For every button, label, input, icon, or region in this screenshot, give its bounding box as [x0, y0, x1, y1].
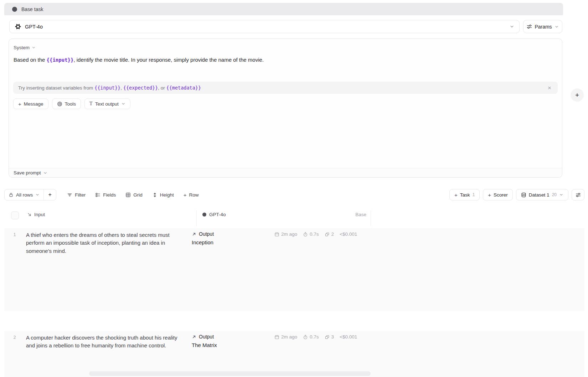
- all-rows-dropdown[interactable]: All rows: [5, 189, 43, 200]
- model-column-label: GPT-4o: [209, 212, 226, 217]
- openai-logo-icon: [15, 23, 21, 30]
- height-arrows-icon: [152, 192, 158, 198]
- chevron-down-icon: [121, 102, 125, 106]
- tools-target-icon: [57, 101, 62, 107]
- scorer-label: Scorer: [494, 192, 508, 198]
- latency-value: 0.7s: [310, 334, 319, 340]
- row-number: 1: [11, 232, 19, 237]
- task-tab-title: Base task: [21, 6, 43, 12]
- cost: <$0.001: [340, 334, 357, 340]
- arrow-up-right-icon: [192, 335, 196, 339]
- dataset-label: Dataset 1: [529, 192, 550, 198]
- task-count-badge: 1: [473, 192, 475, 197]
- hint-prefix: Try inserting dataset variables from: [18, 85, 94, 91]
- close-icon[interactable]: ×: [546, 84, 553, 92]
- row-input-cell[interactable]: A computer hacker discovers the shocking…: [26, 334, 186, 350]
- prompt-panel-footer: Save prompt: [9, 168, 562, 177]
- lock-icon: [9, 192, 14, 197]
- model-selector[interactable]: GPT-4o: [9, 20, 520, 33]
- grid-toolbar: All rows + Filter: [4, 189, 584, 200]
- stopwatch-icon: [303, 232, 308, 237]
- plus-icon: +: [184, 192, 187, 198]
- output-value: The Matrix: [192, 341, 217, 349]
- add-task-button[interactable]: +: [571, 88, 584, 102]
- base-variant-label: Base: [336, 212, 366, 217]
- input-column-label: Input: [34, 212, 45, 217]
- tokens-icon: [325, 232, 330, 237]
- message-role-selector[interactable]: System: [14, 45, 36, 50]
- cost-value: <$0.001: [340, 334, 357, 340]
- plus-icon: +: [454, 192, 458, 198]
- chevron-down-icon: [32, 46, 36, 50]
- system-prompt-text[interactable]: Based on the {{input}}, identify the mov…: [14, 56, 555, 64]
- select-all-checkbox[interactable]: [11, 212, 19, 219]
- fields-label: Fields: [103, 192, 116, 198]
- grid-view-button[interactable]: Grid: [122, 189, 146, 200]
- prompt-text-suffix: , identify the movie title. In your resp…: [73, 57, 264, 63]
- row-output-cell[interactable]: Output Inception: [192, 231, 214, 246]
- row-metadata: 2m ago 0.7s 2 <$0.001: [274, 231, 357, 237]
- cost-value: <$0.001: [340, 231, 357, 237]
- text-icon: T: [89, 101, 93, 107]
- save-prompt-button[interactable]: Save prompt: [14, 170, 47, 175]
- add-scorer-button[interactable]: + Scorer: [483, 189, 513, 200]
- hint-variable-metadata: {{metadata}}: [166, 85, 201, 91]
- cost: <$0.001: [340, 231, 357, 237]
- hint-separator: ,: [120, 85, 123, 91]
- hint-separator: , or: [158, 85, 166, 91]
- row-height-button[interactable]: Height: [148, 189, 178, 200]
- hint-variable-input: {{input}}: [94, 85, 120, 91]
- add-row-button[interactable]: + Row: [180, 189, 203, 200]
- calendar-icon: [274, 335, 279, 340]
- params-label: Params: [535, 24, 552, 30]
- task-label: Task: [460, 192, 470, 198]
- timestamp: 2m ago: [274, 231, 297, 237]
- add-view-button[interactable]: +: [44, 189, 56, 200]
- grid-label: Grid: [133, 192, 143, 198]
- row-input-cell[interactable]: A thief who enters the dreams of others …: [26, 231, 186, 255]
- token-count: 3: [325, 334, 334, 340]
- row-output-cell[interactable]: Output The Matrix: [192, 334, 217, 349]
- time-value: 2m ago: [281, 231, 297, 237]
- model-status-dot-icon: [202, 213, 206, 216]
- column-header-input[interactable]: Input: [27, 212, 45, 217]
- latency: 0.7s: [303, 334, 319, 340]
- tools-label: Tools: [65, 101, 76, 107]
- task-status-dot-icon: [12, 7, 17, 12]
- token-count: 2: [325, 231, 334, 237]
- params-button[interactable]: Params: [523, 20, 562, 33]
- text-output-button[interactable]: T Text output: [84, 98, 130, 109]
- calendar-icon: [274, 232, 279, 237]
- tools-button[interactable]: Tools: [52, 98, 81, 109]
- row-number: 2: [11, 335, 19, 340]
- column-header-model[interactable]: GPT-4o: [202, 212, 226, 217]
- sliders-icon: [527, 24, 532, 29]
- grid-settings-button[interactable]: [572, 189, 584, 200]
- table-row[interactable]: 1 A thief who enters the dreams of other…: [4, 228, 584, 311]
- plus-icon: +: [575, 91, 579, 99]
- hint-text: Try inserting dataset variables from {{i…: [18, 85, 201, 91]
- latency: 0.7s: [303, 231, 319, 237]
- time-value: 2m ago: [281, 334, 297, 340]
- task-tab-header[interactable]: Base task: [4, 3, 563, 15]
- dataset-variables-hint: Try inserting dataset variables from {{i…: [13, 82, 558, 94]
- row-metadata: 2m ago 0.7s 3 <$0.001: [274, 334, 357, 340]
- filter-button[interactable]: Filter: [63, 189, 89, 200]
- horizontal-scrollbar[interactable]: [89, 371, 371, 376]
- table-row[interactable]: 2 A computer hacker discovers the shocki…: [4, 331, 584, 377]
- fields-icon: [95, 192, 100, 198]
- chevron-down-icon: [559, 193, 563, 197]
- add-message-button[interactable]: + Message: [13, 98, 48, 109]
- plus-icon: +: [18, 101, 21, 107]
- fields-button[interactable]: Fields: [91, 189, 120, 200]
- selected-model-label: GPT-4o: [25, 24, 43, 30]
- chevron-down-icon: [35, 193, 40, 197]
- prompt-actions: + Message Tools T Text output: [13, 98, 130, 109]
- column-divider: [371, 210, 371, 226]
- add-task-column-button[interactable]: + Task 1: [449, 189, 480, 200]
- tokens-icon: [325, 335, 330, 340]
- sliders-icon: [576, 192, 581, 198]
- all-rows-label: All rows: [16, 192, 33, 198]
- timestamp: 2m ago: [274, 334, 297, 340]
- dataset-selector-button[interactable]: Dataset 1 20: [516, 189, 568, 200]
